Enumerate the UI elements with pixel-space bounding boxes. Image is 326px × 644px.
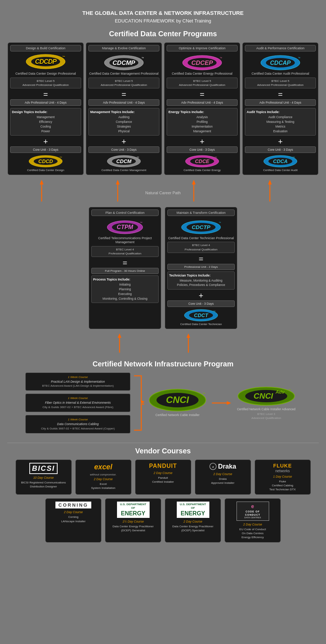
fluke-desc: FlukeCertified CablingTest Technician DT… [269,479,296,492]
cdcdp-logo-area: CDCDP ™ [10,55,81,71]
cdcdp-topics-list: ManagementEfficiencyCoolingPower [12,115,79,133]
cdctp-days: Professional Unit - 2 Days [167,264,235,270]
cdcdp-core: Core Unit - 3 Days [10,146,81,153]
card-header-cdcep: Optimize & Improve Certification [167,45,238,51]
svg-text:CDCMP: CDCMP [113,59,135,66]
vendor-panduit: PANDUIT 2 Day Course PanduitCertified In… [135,460,191,495]
arrow-section-1: Natural Career Path [4,178,322,203]
cdcm-logo-area: CDCM ™ [88,155,159,168]
cdcmp-topics: Management Topics Include: AuditingCompl… [88,108,159,136]
cdc-section-title: Certified Data Center Programs [4,30,322,38]
cdctp-logo-area: CDCTP ™ [167,219,235,236]
svg-marker-39 [268,180,272,184]
cdcdp-days: Adv Professional Unit - 4 Days [10,99,81,106]
cdcap-days: Adv Professional Unit - 4 Days [245,99,316,106]
vendor-doe2: U.S. DEPARTMENT OF ENERGY 2 Day Course D… [165,498,221,543]
vendor-codeofconduct: e CODE OF CONDUCT DATA CENTRES 2 Day Cou… [225,498,281,543]
cdcd-name: Certified Data Center Design [27,169,64,172]
cert-card-cdcdp: Design & Build Certification CDCDP ™ Cer… [8,42,84,175]
cdctp-topics: Technician Topics Include: Measure, Moni… [167,271,235,290]
svg-text:CDCAP: CDCAP [270,60,291,66]
excel-logo: excel [94,463,112,471]
panduit-days: 2 Day Course [154,471,172,475]
svg-text:CDCD: CDCD [38,158,53,164]
cdcdp-name: Certified Data Center Design Professiona… [15,72,76,76]
svg-marker-55 [187,333,190,338]
cert-card-cdcmp: Manage & Evolve Certification CDCMP ™ Ce… [86,42,162,175]
cdcmp-core: Core Unit - 3 Days [88,146,159,153]
vendor-grid-top: BICSI 10 Day Course BICSI Registered Com… [4,460,322,495]
vendor-draka: d Draka 2 Day Course DrakaApproved Insta… [195,460,251,495]
cdcep-plus: + [200,138,205,146]
svg-text:™: ™ [214,156,217,159]
cnci-name: Certified Network Cable Installer [155,413,200,417]
cdctp-plus: + [199,292,204,300]
cdct-logo-area: CDCT ™ [167,309,235,322]
cdcep-topics: Energy Topics Include: AnalysisProfiling… [167,108,238,136]
corning-days: 2 Day Course [64,510,83,514]
cdcm-name: Certified Data Center Management [101,169,146,172]
svg-marker-37 [192,180,196,184]
cdct-name: Certified Data Center Technician [180,323,222,326]
svg-text:Adv: Adv [275,389,285,395]
svg-text:CDCTP: CDCTP [192,224,211,230]
network-course-1: 1 Week Course Practical LAN Design & Imp… [25,373,130,391]
doe1-logo: U.S. DEPARTMENT OF ENERGY [117,502,150,518]
cnci-center: CNCI ™ Certified Network Cable Installer [145,389,210,417]
ctpm-btec: BTEC Level 4 Professional Qualification [91,246,159,257]
ctpm-name: Certified Telecommunications Project Man… [91,236,159,245]
network-layout: 1 Week Course Practical LAN Design & Imp… [4,373,322,433]
corning-logo: CORNING [55,502,91,508]
cdcap-topics: Audit Topics Include: Audit ComplianceMe… [245,108,316,136]
svg-text:™: ™ [213,310,216,313]
svg-text:™: ™ [141,57,144,60]
cdcap-topics-list: Audit ComplianceMeasuring & TestingMetri… [247,115,314,133]
svg-marker-33 [40,180,43,184]
cnci-adv-btec: BTEC Level 3 [257,412,275,416]
cdcmp-equals: = [122,91,126,99]
draka-desc: DrakaApproved Installer [211,477,234,485]
cdce-logo-area: CDCE ™ [167,155,238,168]
svg-text:CNCI: CNCI [166,394,189,405]
vendor-section-title: Vendor Courses [4,447,322,455]
vendor-grid-bottom: CORNING 2 Day Course CorningLANscape Ins… [4,498,322,543]
fluke-days: 1 Day Course [273,475,292,478]
svg-text:™: ™ [220,57,222,60]
svg-text:CDCEP: CDCEP [191,59,213,66]
ctpm-equals: = [123,259,128,267]
doe1-desc: Data Center Energy Practitioner(DCEP) Ge… [113,524,154,532]
cdctp-btec: BTEC Level 4 Professional Qualification [167,242,235,253]
codeconduct-desc: EU Code of ConductOn Data CentresEnergy … [239,527,266,540]
cert-card-cdcap: Audit & Performance Certification CDCAP … [242,42,318,175]
cdcmp-btec: BTEC Level 5 Advanced Professional Quali… [88,78,159,88]
cert-card-cdcep: Optimize & Improve Certification CDCEP ™… [164,42,240,175]
bicsi-days: 10 Day Course [33,476,54,479]
panduit-desc: PanduitCertified Installer [152,476,174,484]
cdcmp-topics-list: AuditingComplianceStrategiesPhysical [90,115,158,133]
excel-desc: ExcelSystem Installation [91,482,115,490]
svg-text:™: ™ [288,389,291,392]
doe2-desc: Data Center Energy Practitioner(DCEP) Sp… [172,524,213,532]
excel-days: 2 Day Course [94,477,113,481]
cdcmp-name: Certified Data Center Management Profess… [89,72,159,76]
cdc-grid: Design & Build Certification CDCDP ™ Cer… [4,42,322,175]
svg-marker-56 [141,400,144,404]
draka-icon: d [209,463,217,470]
svg-text:CTPM: CTPM [117,224,133,230]
cdctp-core: Core Unit - 3 Days [167,300,235,307]
svg-text:CDCT: CDCT [194,312,208,318]
card-header-cdctp: Maintain & Transform Certification [167,209,235,216]
vendor-bicsi: BICSI 10 Day Course BICSI Registered Com… [16,460,72,495]
cdcmp-days: Adv Professional Unit - 4 Days [88,99,159,106]
cdcmp-plus: + [122,138,126,146]
cdcap-equals: = [278,91,283,99]
cdcd-logo-area: CDCD ™ [10,155,81,168]
svg-text:CDCE: CDCE [195,158,209,164]
cdcdp-btec: BTEC Level 5 Advanced Professional Quali… [10,78,81,88]
excel-tagline: without compromise. [90,473,116,476]
vendor-excel: excel without compromise. 2 Day Course E… [75,460,131,495]
divider [7,443,319,443]
svg-text:d: d [212,465,214,469]
ctpm-logo-area: CTPM ™ [91,219,159,236]
svg-text:™: ™ [137,156,139,159]
